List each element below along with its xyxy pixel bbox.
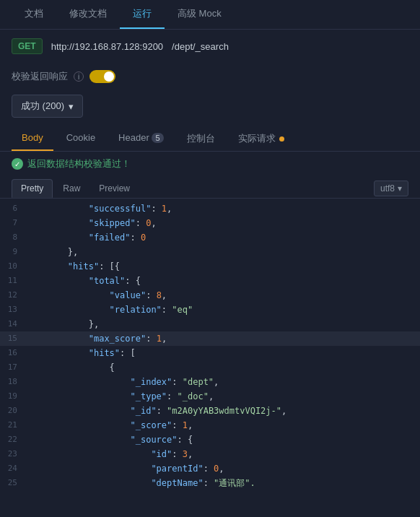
line-number: 7 xyxy=(0,216,26,230)
punc-token: , xyxy=(219,464,224,474)
validation-message: ✓ 返回数据结构校验通过！ xyxy=(0,152,420,176)
nav-tabs: 文档 修改文档 运行 高级 Mock xyxy=(0,0,420,30)
line-number: 23 xyxy=(0,447,26,461)
line-number: 12 xyxy=(0,288,26,303)
actual-request-dot xyxy=(279,136,284,142)
punc-token xyxy=(26,449,151,459)
punc-token: : xyxy=(151,204,161,214)
punc-token: : xyxy=(172,420,182,430)
url-host: http://192.168.87.128:9200 xyxy=(51,41,163,52)
table-row: 22 "_source": { xyxy=(0,433,420,447)
key-token: "value" xyxy=(110,290,146,300)
line-number: 18 xyxy=(0,375,26,389)
table-row: 20 "_id": "m2A0yYAB3wdmtvVQI2j-", xyxy=(0,404,420,418)
punc-token: : [ xyxy=(99,261,115,271)
code-tab-raw[interactable]: Raw xyxy=(54,180,89,197)
punc-token xyxy=(26,464,151,474)
punc-token: , xyxy=(162,334,167,344)
line-content: "_id": "m2A0yYAB3wdmtvVQI2j-", xyxy=(26,404,420,418)
table-row: 23 "id": 3, xyxy=(0,447,420,461)
line-number: 15 xyxy=(0,331,26,346)
punc-token: : [ xyxy=(120,348,136,358)
punc-token xyxy=(26,420,131,430)
line-content: "id": 3, xyxy=(26,447,420,461)
url-path: /dept/_search xyxy=(172,41,229,52)
punc-token xyxy=(26,391,131,401)
punc-token: , xyxy=(214,377,219,387)
tab-console[interactable]: 控制台 xyxy=(177,126,225,151)
tab-run[interactable]: 运行 xyxy=(120,0,165,29)
line-content: "parentId": 0, xyxy=(26,461,420,476)
url-bar: GET http://192.168.87.128:9200 /dept/_se… xyxy=(0,30,420,63)
punc-token: : { xyxy=(178,435,193,445)
line-number: 24 xyxy=(0,461,26,476)
validate-info-icon[interactable]: i xyxy=(74,71,84,82)
punc-token: { xyxy=(26,362,115,373)
str-token: "dept" xyxy=(183,377,214,387)
http-method-badge: GET xyxy=(12,38,43,54)
punc-token: : xyxy=(157,406,167,416)
validate-toggle[interactable] xyxy=(89,70,115,83)
table-row: 6 "successful": 1, xyxy=(0,201,420,216)
code-content: 6 "successful": 1,7 "skipped": 0,8 "fail… xyxy=(0,199,420,493)
header-count-badge: 5 xyxy=(152,133,163,143)
line-number: 13 xyxy=(0,303,26,317)
line-content: "total": { xyxy=(26,274,420,288)
key-token: "hits" xyxy=(89,348,120,358)
key-token: "skipped" xyxy=(89,218,136,228)
tab-advanced-mock[interactable]: 高级 Mock xyxy=(165,0,235,29)
punc-token xyxy=(26,377,131,387)
key-token: "_score" xyxy=(131,420,172,430)
num-token: 0 xyxy=(141,233,146,243)
tab-header[interactable]: Header 5 xyxy=(108,126,173,151)
line-content: "hits": [{ xyxy=(26,259,420,274)
punc-token xyxy=(26,319,89,329)
punc-token: , xyxy=(151,218,156,228)
key-token: "parentId" xyxy=(151,464,203,474)
validate-label: 校验返回响应 xyxy=(12,70,68,83)
line-number: 8 xyxy=(0,230,26,245)
line-content: "_index": "dept", xyxy=(26,375,420,389)
key-token: "_id" xyxy=(131,406,157,416)
encoding-label: utf8 xyxy=(380,183,395,194)
tab-actual-request[interactable]: 实际请求 xyxy=(228,126,295,151)
table-row: 18 "_index": "dept", xyxy=(0,375,420,389)
table-row: 10 "hits": [{ xyxy=(0,259,420,274)
tab-edit-docs[interactable]: 修改文档 xyxy=(56,0,120,29)
key-token: "_index" xyxy=(131,377,172,387)
line-number: 10 xyxy=(0,259,26,274)
tab-docs[interactable]: 文档 xyxy=(12,0,56,29)
key-token: "deptName" xyxy=(151,478,203,488)
punc-token: : xyxy=(172,449,182,459)
punc-token xyxy=(26,478,151,488)
line-number: 9 xyxy=(0,245,26,259)
line-content: "_score": 1, xyxy=(26,418,420,433)
key-token: "_type" xyxy=(131,391,167,401)
punc-token xyxy=(26,204,89,214)
punc-token: , xyxy=(209,391,214,401)
num-token: 1 xyxy=(157,334,162,344)
punc-token: : xyxy=(131,233,141,243)
punc-token: , xyxy=(281,406,286,416)
encoding-select[interactable]: utf8 ▾ xyxy=(374,181,408,196)
num-token: 1 xyxy=(183,420,188,430)
table-row: 25 "deptName": "通讯部". xyxy=(0,476,420,490)
punc-token: }, xyxy=(89,319,99,329)
key-token: "failed" xyxy=(89,233,131,243)
status-select[interactable]: 成功 (200) ▾ xyxy=(12,95,83,118)
chevron-down-icon: ▾ xyxy=(69,101,74,112)
tab-body[interactable]: Body xyxy=(12,126,53,151)
punc-token: : xyxy=(167,391,177,401)
punc-token: : xyxy=(162,305,172,315)
tab-cookie[interactable]: Cookie xyxy=(56,126,105,151)
punc-token xyxy=(26,233,89,243)
encoding-chevron-icon: ▾ xyxy=(398,183,402,194)
punc-token xyxy=(26,305,110,315)
code-tab-pretty[interactable]: Pretty xyxy=(12,179,53,198)
table-row: 19 "_type": "_doc", xyxy=(0,389,420,404)
validate-row: 校验返回响应 i xyxy=(0,63,420,90)
code-tab-preview[interactable]: Preview xyxy=(90,180,139,197)
num-token: 8 xyxy=(157,290,162,300)
punc-token: , xyxy=(167,204,172,214)
code-tabs: Pretty Raw Preview utf8 ▾ xyxy=(0,176,420,199)
